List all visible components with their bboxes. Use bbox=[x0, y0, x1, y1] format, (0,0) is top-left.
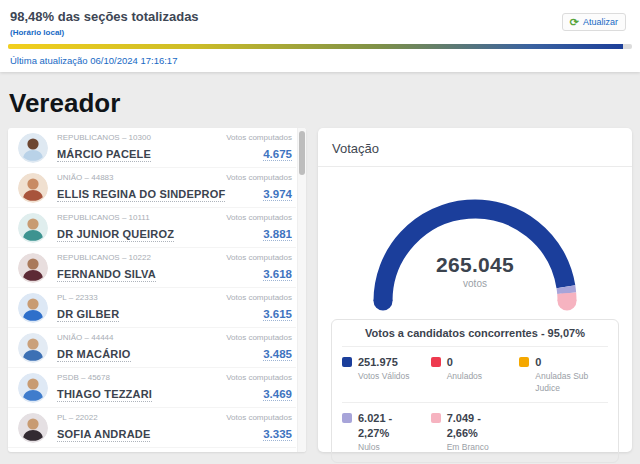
legend-item: 251.975 Votos Válidos bbox=[342, 355, 431, 394]
votacao-title: Votação bbox=[318, 128, 632, 167]
candidate-votes[interactable]: 3.485 bbox=[263, 348, 292, 361]
refresh-icon: ⟳ bbox=[570, 17, 579, 28]
votes-gauge: 265.045 votos bbox=[355, 179, 595, 311]
legend-row-1: 251.975 Votos Válidos 0 Anulados 0 Anula… bbox=[342, 347, 608, 394]
legend-item: 7.049 - 2,66% Em Branco bbox=[431, 411, 520, 453]
candidate-name[interactable]: THIAGO TEZZARI bbox=[57, 388, 152, 402]
legend-value: 0 bbox=[447, 355, 453, 369]
legend-label: Anulados bbox=[447, 371, 517, 382]
legend-value: 251.975 bbox=[358, 355, 398, 369]
legend-item: 0 Anuladas Sub Judice bbox=[519, 355, 608, 394]
candidate-name[interactable]: ELLIS REGINA DO SINDEPROF bbox=[57, 188, 225, 202]
legend-item: 0 Anulados bbox=[431, 355, 520, 394]
votes-computed-label: Votos computados bbox=[226, 253, 292, 262]
candidate-name[interactable]: MÁRCIO PACELE bbox=[57, 148, 151, 162]
legend-swatch bbox=[342, 357, 352, 367]
candidate-party: PSDB – 45678 bbox=[57, 373, 217, 382]
candidate-party: REPUBLICANOS – 10222 bbox=[57, 253, 217, 262]
legend-swatch bbox=[431, 413, 441, 423]
candidate-party: UNIÃO – 44883 bbox=[57, 173, 217, 182]
candidate-row[interactable]: REPUBLICANOS – 10222 FERNANDO SILVA Voto… bbox=[8, 248, 296, 288]
legend-swatch bbox=[342, 413, 352, 423]
votes-computed-label: Votos computados bbox=[226, 413, 292, 422]
candidate-votes[interactable]: 3.618 bbox=[263, 268, 292, 281]
total-votes-value: 265.045 bbox=[355, 253, 595, 277]
candidate-row[interactable]: UNIÃO – 44883 ELLIS REGINA DO SINDEPROF … bbox=[8, 168, 296, 208]
candidate-avatar bbox=[18, 253, 48, 283]
candidate-avatar bbox=[18, 373, 48, 403]
legend-row-2: 6.021 - 2,27% Nulos 7.049 - 2,66% Em Bra… bbox=[342, 402, 608, 453]
refresh-button-label: Atualizar bbox=[583, 17, 618, 27]
legend-label: Nulos bbox=[358, 442, 428, 453]
legend-item: 6.021 - 2,27% Nulos bbox=[342, 411, 431, 453]
votes-computed-label: Votos computados bbox=[226, 293, 292, 302]
scrollbar-thumb[interactable] bbox=[299, 131, 305, 175]
candidate-votes[interactable]: 3.615 bbox=[263, 308, 292, 321]
legend-label: Votos Válidos bbox=[358, 371, 428, 382]
candidate-name[interactable]: FERNANDO SILVA bbox=[57, 268, 156, 282]
candidate-list-scrollbar[interactable] bbox=[297, 128, 306, 452]
votes-computed-label: Votos computados bbox=[226, 213, 292, 222]
votes-computed-label: Votos computados bbox=[226, 333, 292, 342]
legend-value: 6.021 - 2,27% bbox=[358, 411, 416, 440]
candidate-votes[interactable]: 3.469 bbox=[263, 388, 292, 401]
legend-swatch bbox=[519, 357, 529, 367]
candidate-votes[interactable]: 3.974 bbox=[263, 188, 292, 201]
sections-totalized-title: 98,48% das seções totalizadas bbox=[10, 9, 199, 24]
page-title: Vereador bbox=[9, 88, 120, 119]
candidate-party: REPUBLICANOS – 10111 bbox=[57, 213, 217, 222]
candidate-avatar bbox=[18, 213, 48, 243]
candidate-name[interactable]: SOFIA ANDRADE bbox=[57, 428, 150, 442]
candidate-avatar bbox=[18, 413, 48, 443]
candidate-party: PL – 22022 bbox=[57, 413, 217, 422]
legend-value: 0 bbox=[535, 355, 541, 369]
legend-label: Anuladas Sub Judice bbox=[535, 371, 605, 394]
legend-swatch bbox=[431, 357, 441, 367]
total-votes-label: votos bbox=[355, 278, 595, 289]
candidate-avatar bbox=[18, 293, 48, 323]
candidate-votes[interactable]: 4.675 bbox=[263, 148, 292, 161]
candidate-list: REPUBLICANOS – 10300 MÁRCIO PACELE Votos… bbox=[8, 128, 296, 452]
last-update-text: Última atualização 06/10/2024 17:16:17 bbox=[10, 55, 177, 66]
candidate-row[interactable]: REPUBLICANOS – 10111 DR JUNIOR QUEIROZ V… bbox=[8, 208, 296, 248]
totalization-progress-bar bbox=[8, 44, 632, 49]
totalization-header: 98,48% das seções totalizadas (Horário l… bbox=[0, 0, 640, 72]
candidate-votes[interactable]: 3.335 bbox=[263, 428, 292, 441]
candidate-party: PL – 22333 bbox=[57, 293, 217, 302]
election-results-page: 98,48% das seções totalizadas (Horário l… bbox=[0, 0, 640, 464]
legend-value: 7.049 - 2,66% bbox=[447, 411, 505, 440]
candidate-row[interactable]: UNIÃO – 44444 DR MACÁRIO Votos computado… bbox=[8, 328, 296, 368]
candidate-avatar bbox=[18, 173, 48, 203]
local-time-note: (Horário local) bbox=[10, 28, 64, 37]
candidate-name[interactable]: DR GILBER bbox=[57, 308, 119, 322]
candidate-row[interactable]: PL – 22333 DR GILBER Votos computados 3.… bbox=[8, 288, 296, 328]
candidate-row[interactable]: PL – 22022 SOFIA ANDRADE Votos computado… bbox=[8, 408, 296, 448]
candidate-party: REPUBLICANOS – 10300 bbox=[57, 133, 217, 142]
candidate-party: UNIÃO – 44444 bbox=[57, 333, 217, 342]
candidate-row[interactable]: PSDB – 45678 THIAGO TEZZARI Votos comput… bbox=[8, 368, 296, 408]
candidate-votes[interactable]: 3.881 bbox=[263, 228, 292, 241]
candidates-panel: REPUBLICANOS – 10300 MÁRCIO PACELE Votos… bbox=[8, 128, 306, 452]
legend-title: Votos a candidatos concorrentes - 95,07% bbox=[342, 327, 608, 347]
candidate-row[interactable]: REPUBLICANOS – 10300 MÁRCIO PACELE Votos… bbox=[8, 128, 296, 168]
candidate-name[interactable]: DR JUNIOR QUEIROZ bbox=[57, 228, 174, 242]
votacao-panel: Votação 265.045 votos Votos a candidatos… bbox=[318, 128, 632, 452]
votes-legend-box: Votos a candidatos concorrentes - 95,07%… bbox=[331, 319, 619, 463]
progress-fill bbox=[8, 44, 623, 49]
legend-label: Em Branco bbox=[447, 442, 517, 453]
candidate-name[interactable]: DR MACÁRIO bbox=[57, 348, 131, 362]
votes-computed-label: Votos computados bbox=[226, 133, 292, 142]
candidate-avatar bbox=[18, 133, 48, 163]
candidate-avatar bbox=[18, 333, 48, 363]
gauge-arc bbox=[355, 179, 595, 311]
refresh-button[interactable]: ⟳ Atualizar bbox=[562, 13, 626, 31]
votes-computed-label: Votos computados bbox=[226, 373, 292, 382]
votes-computed-label: Votos computados bbox=[226, 173, 292, 182]
